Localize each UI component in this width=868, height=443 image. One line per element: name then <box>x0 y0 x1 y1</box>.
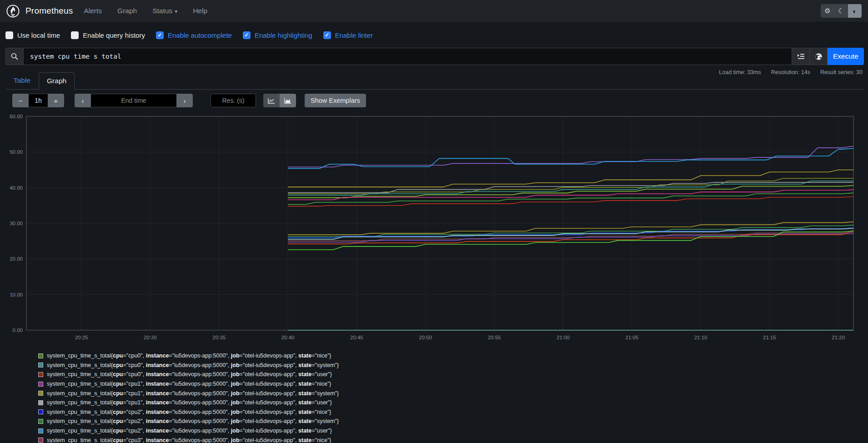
query-bar: Execute <box>5 48 864 65</box>
svg-text:20:50: 20:50 <box>419 335 432 340</box>
svg-text:0.00: 0.00 <box>13 327 23 333</box>
option-enable-query-history[interactable]: Enable query history <box>71 31 145 39</box>
option-use-local-time[interactable]: Use local time <box>5 31 60 39</box>
series-color-swatch <box>38 400 43 405</box>
prometheus-logo-icon[interactable] <box>6 5 20 18</box>
svg-text:20:25: 20:25 <box>75 335 88 340</box>
time-forward-chevron-button[interactable]: › <box>176 94 193 107</box>
caret-down-icon: ▾ <box>175 8 177 15</box>
svg-text:10.00: 10.00 <box>10 292 23 297</box>
auto-theme-contrast-icon[interactable]: ◐ <box>848 4 862 18</box>
series-label: system_cpu_time_s_total{cpu="cpu1", inst… <box>47 399 332 406</box>
graph-canvas[interactable]: 0.0010.0020.0030.0040.0050.0060.0020:252… <box>0 113 868 342</box>
svg-text:20:40: 20:40 <box>281 335 295 340</box>
series-color-swatch <box>38 362 43 367</box>
series-label: system_cpu_time_s_total{cpu="cpu0", inst… <box>47 362 339 368</box>
legend-item[interactable]: system_cpu_time_s_total{cpu="cpu0", inst… <box>38 370 339 379</box>
show-exemplars-button[interactable]: Show Exemplars <box>305 94 366 107</box>
time-back-chevron-button[interactable]: ‹ <box>75 94 91 107</box>
svg-text:30.00: 30.00 <box>10 221 23 226</box>
checkbox-enable-highlighting[interactable]: ✓ <box>243 31 251 39</box>
nav-item-help[interactable]: Help <box>193 7 207 15</box>
series-label: system_cpu_time_s_total{cpu="cpu2", inst… <box>47 418 339 424</box>
legend-item[interactable]: system_cpu_time_s_total{cpu="cpu0", inst… <box>38 361 339 370</box>
legend-item[interactable]: system_cpu_time_s_total{cpu="cpu1", inst… <box>38 388 339 398</box>
graph-controls: − + ‹ › Show Exemplars <box>12 94 366 107</box>
stacked-chart-icon[interactable] <box>280 94 296 107</box>
svg-text:21:20: 21:20 <box>832 335 845 340</box>
end-time-input[interactable] <box>91 94 176 107</box>
svg-text:21:00: 21:00 <box>557 335 570 340</box>
series-color-swatch <box>38 382 43 387</box>
theme-toggle-group: ⚙ ☾ ◐ <box>821 4 862 18</box>
legend-item[interactable]: system_cpu_time_s_total{cpu="cpu2", inst… <box>38 417 339 426</box>
tab-table[interactable]: Table <box>5 72 39 89</box>
svg-text:20:45: 20:45 <box>350 335 363 340</box>
series-label: system_cpu_time_s_total{cpu="cpu1", inst… <box>47 390 339 397</box>
range-duration-input[interactable] <box>29 94 48 107</box>
end-time-stepper: ‹ › <box>75 94 193 107</box>
checkbox-enable-autocomplete[interactable]: ✓ <box>156 31 164 39</box>
brand-title[interactable]: Prometheus <box>25 6 73 16</box>
series-color-swatch <box>38 419 43 424</box>
checkbox-use-local-time[interactable] <box>5 31 13 39</box>
svg-text:20:35: 20:35 <box>212 335 226 340</box>
series-color-swatch <box>38 353 43 358</box>
series-color-swatch <box>38 409 43 414</box>
svg-text:50.00: 50.00 <box>10 149 23 155</box>
nav-item-status-dropdown[interactable]: Status▾ <box>152 7 177 15</box>
option-enable-autocomplete[interactable]: ✓ Enable autocomplete <box>156 31 232 39</box>
legend-item[interactable]: system_cpu_time_s_total{cpu="cpu1", inst… <box>38 398 339 408</box>
svg-text:60.00: 60.00 <box>10 114 23 119</box>
svg-text:20:30: 20:30 <box>144 335 157 340</box>
svg-text:20:55: 20:55 <box>488 335 501 340</box>
nav-item-graph[interactable]: Graph <box>117 7 137 15</box>
svg-text:21:15: 21:15 <box>763 335 776 340</box>
series-label: system_cpu_time_s_total{cpu="cpu1", inst… <box>47 381 331 387</box>
checkbox-enable-query-history[interactable] <box>71 31 79 39</box>
tab-graph[interactable]: Graph <box>39 72 75 90</box>
metrics-explorer-icon[interactable] <box>792 48 810 65</box>
panel-tabs: Table Graph <box>5 72 864 90</box>
execute-button[interactable]: Execute <box>828 48 864 65</box>
range-stepper: − + <box>12 94 64 107</box>
search-icon <box>5 48 23 65</box>
option-enable-highlighting[interactable]: ✓ Enable highlighting <box>243 31 312 39</box>
svg-text:21:10: 21:10 <box>694 335 707 340</box>
graph-panel: 0.0010.0020.0030.0040.0050.0060.0020:252… <box>0 113 868 342</box>
series-legend: system_cpu_time_s_total{cpu="cpu0", inst… <box>38 351 339 443</box>
checkbox-enable-linter[interactable]: ✓ <box>323 31 331 39</box>
nav-item-alerts[interactable]: Alerts <box>84 7 102 15</box>
series-label: system_cpu_time_s_total{cpu="cpu3", inst… <box>47 437 331 443</box>
series-label: system_cpu_time_s_total{cpu="cpu2", inst… <box>47 428 332 434</box>
dark-mode-moon-icon[interactable]: ☾ <box>834 4 848 18</box>
series-color-swatch <box>38 372 43 377</box>
series-label: system_cpu_time_s_total{cpu="cpu0", inst… <box>47 352 331 359</box>
legend-item[interactable]: system_cpu_time_s_total{cpu="cpu3", inst… <box>38 435 339 443</box>
option-enable-linter[interactable]: ✓ Enable linter <box>323 31 373 39</box>
query-expression-input[interactable] <box>23 48 792 65</box>
series-label: system_cpu_time_s_total{cpu="cpu2", inst… <box>47 409 331 415</box>
range-decrease-button[interactable]: − <box>12 94 29 107</box>
svg-text:40.00: 40.00 <box>10 185 23 191</box>
resolution-input[interactable] <box>211 94 256 107</box>
navbar: Prometheus Alerts Graph Status▾ Help ⚙ ☾… <box>0 0 868 22</box>
globe-icon[interactable] <box>810 48 828 65</box>
chart-type-toggle <box>263 94 296 107</box>
legend-item[interactable]: system_cpu_time_s_total{cpu="cpu2", inst… <box>38 408 339 417</box>
line-chart-icon[interactable] <box>263 94 280 107</box>
settings-gear-icon[interactable]: ⚙ <box>821 4 834 18</box>
svg-text:20.00: 20.00 <box>10 256 23 262</box>
series-color-swatch <box>38 438 43 443</box>
nav-links: Alerts Graph Status▾ Help <box>84 7 207 15</box>
series-label: system_cpu_time_s_total{cpu="cpu0", inst… <box>47 371 332 378</box>
range-increase-button[interactable]: + <box>48 94 64 107</box>
svg-text:21:05: 21:05 <box>625 335 638 340</box>
legend-item[interactable]: system_cpu_time_s_total{cpu="cpu2", inst… <box>38 426 339 436</box>
legend-item[interactable]: system_cpu_time_s_total{cpu="cpu0", inst… <box>38 351 339 361</box>
query-options-row: Use local time Enable query history ✓ En… <box>5 28 373 42</box>
legend-item[interactable]: system_cpu_time_s_total{cpu="cpu1", inst… <box>38 379 339 389</box>
series-color-swatch <box>38 428 43 433</box>
series-color-swatch <box>38 391 43 396</box>
